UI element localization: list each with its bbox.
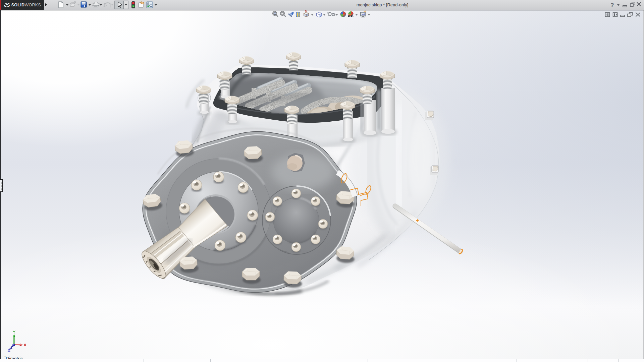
svg-text:?: ? bbox=[610, 2, 614, 8]
